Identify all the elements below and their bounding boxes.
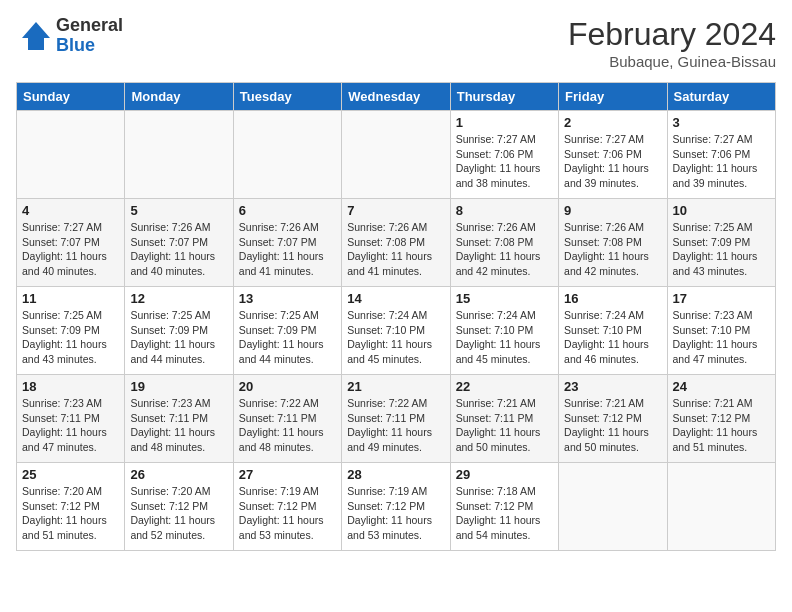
day-info: Sunrise: 7:23 AMSunset: 7:10 PMDaylight:… (673, 308, 770, 367)
day-info: Sunrise: 7:22 AMSunset: 7:11 PMDaylight:… (347, 396, 444, 455)
day-number: 21 (347, 379, 444, 394)
day-cell: 11Sunrise: 7:25 AMSunset: 7:09 PMDayligh… (17, 287, 125, 375)
day-number: 9 (564, 203, 661, 218)
logo-blue: Blue (56, 36, 123, 56)
day-number: 12 (130, 291, 227, 306)
week-row-1: 1Sunrise: 7:27 AMSunset: 7:06 PMDaylight… (17, 111, 776, 199)
day-cell (559, 463, 667, 551)
day-number: 6 (239, 203, 336, 218)
day-number: 11 (22, 291, 119, 306)
week-row-4: 18Sunrise: 7:23 AMSunset: 7:11 PMDayligh… (17, 375, 776, 463)
day-cell (342, 111, 450, 199)
day-number: 18 (22, 379, 119, 394)
week-row-3: 11Sunrise: 7:25 AMSunset: 7:09 PMDayligh… (17, 287, 776, 375)
day-number: 22 (456, 379, 553, 394)
day-number: 8 (456, 203, 553, 218)
day-number: 26 (130, 467, 227, 482)
day-info: Sunrise: 7:23 AMSunset: 7:11 PMDaylight:… (22, 396, 119, 455)
day-cell: 26Sunrise: 7:20 AMSunset: 7:12 PMDayligh… (125, 463, 233, 551)
day-number: 25 (22, 467, 119, 482)
day-cell: 10Sunrise: 7:25 AMSunset: 7:09 PMDayligh… (667, 199, 775, 287)
day-cell: 3Sunrise: 7:27 AMSunset: 7:06 PMDaylight… (667, 111, 775, 199)
logo: General Blue (16, 16, 123, 56)
day-cell: 8Sunrise: 7:26 AMSunset: 7:08 PMDaylight… (450, 199, 558, 287)
day-info: Sunrise: 7:26 AMSunset: 7:08 PMDaylight:… (564, 220, 661, 279)
day-cell: 4Sunrise: 7:27 AMSunset: 7:07 PMDaylight… (17, 199, 125, 287)
day-cell: 17Sunrise: 7:23 AMSunset: 7:10 PMDayligh… (667, 287, 775, 375)
day-cell (233, 111, 341, 199)
day-info: Sunrise: 7:19 AMSunset: 7:12 PMDaylight:… (347, 484, 444, 543)
day-number: 3 (673, 115, 770, 130)
day-number: 27 (239, 467, 336, 482)
day-cell: 29Sunrise: 7:18 AMSunset: 7:12 PMDayligh… (450, 463, 558, 551)
header-day-monday: Monday (125, 83, 233, 111)
day-info: Sunrise: 7:24 AMSunset: 7:10 PMDaylight:… (347, 308, 444, 367)
header-row: SundayMondayTuesdayWednesdayThursdayFrid… (17, 83, 776, 111)
day-info: Sunrise: 7:25 AMSunset: 7:09 PMDaylight:… (22, 308, 119, 367)
day-cell: 2Sunrise: 7:27 AMSunset: 7:06 PMDaylight… (559, 111, 667, 199)
calendar-table: SundayMondayTuesdayWednesdayThursdayFrid… (16, 82, 776, 551)
day-info: Sunrise: 7:27 AMSunset: 7:06 PMDaylight:… (673, 132, 770, 191)
day-cell: 24Sunrise: 7:21 AMSunset: 7:12 PMDayligh… (667, 375, 775, 463)
day-cell: 22Sunrise: 7:21 AMSunset: 7:11 PMDayligh… (450, 375, 558, 463)
header: General Blue February 2024 Bubaque, Guin… (16, 16, 776, 70)
day-info: Sunrise: 7:19 AMSunset: 7:12 PMDaylight:… (239, 484, 336, 543)
svg-marker-0 (22, 22, 50, 50)
day-cell: 19Sunrise: 7:23 AMSunset: 7:11 PMDayligh… (125, 375, 233, 463)
day-info: Sunrise: 7:26 AMSunset: 7:08 PMDaylight:… (456, 220, 553, 279)
day-cell: 12Sunrise: 7:25 AMSunset: 7:09 PMDayligh… (125, 287, 233, 375)
day-info: Sunrise: 7:20 AMSunset: 7:12 PMDaylight:… (22, 484, 119, 543)
day-info: Sunrise: 7:26 AMSunset: 7:08 PMDaylight:… (347, 220, 444, 279)
header-day-saturday: Saturday (667, 83, 775, 111)
day-number: 4 (22, 203, 119, 218)
day-cell: 18Sunrise: 7:23 AMSunset: 7:11 PMDayligh… (17, 375, 125, 463)
day-number: 10 (673, 203, 770, 218)
header-day-tuesday: Tuesday (233, 83, 341, 111)
day-number: 17 (673, 291, 770, 306)
day-number: 5 (130, 203, 227, 218)
calendar-title: February 2024 (568, 16, 776, 53)
day-info: Sunrise: 7:21 AMSunset: 7:12 PMDaylight:… (673, 396, 770, 455)
day-number: 2 (564, 115, 661, 130)
day-cell: 23Sunrise: 7:21 AMSunset: 7:12 PMDayligh… (559, 375, 667, 463)
day-number: 23 (564, 379, 661, 394)
day-cell: 13Sunrise: 7:25 AMSunset: 7:09 PMDayligh… (233, 287, 341, 375)
day-info: Sunrise: 7:22 AMSunset: 7:11 PMDaylight:… (239, 396, 336, 455)
day-number: 16 (564, 291, 661, 306)
day-info: Sunrise: 7:24 AMSunset: 7:10 PMDaylight:… (564, 308, 661, 367)
day-cell: 27Sunrise: 7:19 AMSunset: 7:12 PMDayligh… (233, 463, 341, 551)
day-number: 14 (347, 291, 444, 306)
day-number: 20 (239, 379, 336, 394)
day-number: 13 (239, 291, 336, 306)
week-row-2: 4Sunrise: 7:27 AMSunset: 7:07 PMDaylight… (17, 199, 776, 287)
day-cell: 28Sunrise: 7:19 AMSunset: 7:12 PMDayligh… (342, 463, 450, 551)
day-cell: 6Sunrise: 7:26 AMSunset: 7:07 PMDaylight… (233, 199, 341, 287)
day-cell (667, 463, 775, 551)
day-info: Sunrise: 7:26 AMSunset: 7:07 PMDaylight:… (239, 220, 336, 279)
title-area: February 2024 Bubaque, Guinea-Bissau (568, 16, 776, 70)
logo-general: General (56, 16, 123, 36)
day-number: 19 (130, 379, 227, 394)
day-cell: 14Sunrise: 7:24 AMSunset: 7:10 PMDayligh… (342, 287, 450, 375)
day-cell: 9Sunrise: 7:26 AMSunset: 7:08 PMDaylight… (559, 199, 667, 287)
day-cell: 7Sunrise: 7:26 AMSunset: 7:08 PMDaylight… (342, 199, 450, 287)
day-cell: 21Sunrise: 7:22 AMSunset: 7:11 PMDayligh… (342, 375, 450, 463)
day-info: Sunrise: 7:27 AMSunset: 7:06 PMDaylight:… (564, 132, 661, 191)
header-day-sunday: Sunday (17, 83, 125, 111)
day-cell: 25Sunrise: 7:20 AMSunset: 7:12 PMDayligh… (17, 463, 125, 551)
day-info: Sunrise: 7:27 AMSunset: 7:07 PMDaylight:… (22, 220, 119, 279)
logo-icon (16, 18, 52, 54)
day-cell (17, 111, 125, 199)
day-cell: 5Sunrise: 7:26 AMSunset: 7:07 PMDaylight… (125, 199, 233, 287)
day-info: Sunrise: 7:21 AMSunset: 7:12 PMDaylight:… (564, 396, 661, 455)
day-cell (125, 111, 233, 199)
header-day-wednesday: Wednesday (342, 83, 450, 111)
day-cell: 16Sunrise: 7:24 AMSunset: 7:10 PMDayligh… (559, 287, 667, 375)
day-info: Sunrise: 7:27 AMSunset: 7:06 PMDaylight:… (456, 132, 553, 191)
day-number: 15 (456, 291, 553, 306)
day-info: Sunrise: 7:24 AMSunset: 7:10 PMDaylight:… (456, 308, 553, 367)
day-number: 1 (456, 115, 553, 130)
day-info: Sunrise: 7:25 AMSunset: 7:09 PMDaylight:… (130, 308, 227, 367)
day-number: 7 (347, 203, 444, 218)
header-day-thursday: Thursday (450, 83, 558, 111)
